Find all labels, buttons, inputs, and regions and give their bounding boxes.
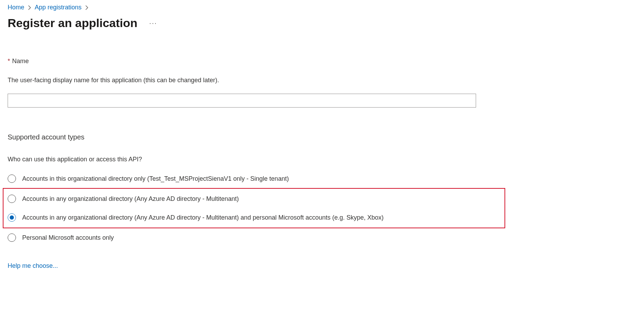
name-section: * Name The user-facing display name for … bbox=[8, 58, 480, 108]
radio-icon[interactable] bbox=[8, 233, 16, 242]
account-types-heading: Supported account types bbox=[8, 133, 636, 141]
required-indicator: * bbox=[8, 58, 10, 65]
breadcrumb: Home App registrations bbox=[8, 3, 636, 11]
page-title: Register an application bbox=[8, 16, 137, 30]
name-description: The user-facing display name for this ap… bbox=[8, 77, 480, 84]
account-type-option-personal-only[interactable]: Personal Microsoft accounts only bbox=[8, 228, 636, 247]
radio-icon[interactable] bbox=[8, 213, 16, 222]
radio-label: Accounts in any organizational directory… bbox=[22, 195, 239, 203]
name-label: Name bbox=[12, 58, 29, 65]
app-name-field[interactable] bbox=[8, 94, 476, 108]
radio-label: Accounts in any organizational directory… bbox=[22, 214, 384, 221]
account-type-option-single-tenant[interactable]: Accounts in this organizational director… bbox=[8, 169, 636, 188]
account-types-question: Who can use this application or access t… bbox=[8, 156, 636, 163]
chevron-right-icon bbox=[85, 5, 88, 10]
highlighted-options: Accounts in any organizational directory… bbox=[3, 188, 505, 228]
radio-icon[interactable] bbox=[8, 195, 16, 203]
account-type-option-multitenant-personal[interactable]: Accounts in any organizational directory… bbox=[8, 208, 503, 227]
account-types-radio-group: Accounts in this organizational director… bbox=[8, 169, 636, 247]
radio-label: Accounts in this organizational director… bbox=[22, 175, 289, 182]
radio-icon[interactable] bbox=[8, 174, 16, 183]
more-actions-icon[interactable]: ··· bbox=[147, 18, 159, 28]
chevron-right-icon bbox=[28, 5, 31, 10]
breadcrumb-link-home[interactable]: Home bbox=[8, 3, 24, 11]
account-type-option-multitenant[interactable]: Accounts in any organizational directory… bbox=[8, 189, 503, 208]
radio-label: Personal Microsoft accounts only bbox=[22, 234, 114, 241]
help-me-choose-link[interactable]: Help me choose... bbox=[8, 262, 58, 270]
breadcrumb-link-app-registrations[interactable]: App registrations bbox=[35, 3, 82, 11]
